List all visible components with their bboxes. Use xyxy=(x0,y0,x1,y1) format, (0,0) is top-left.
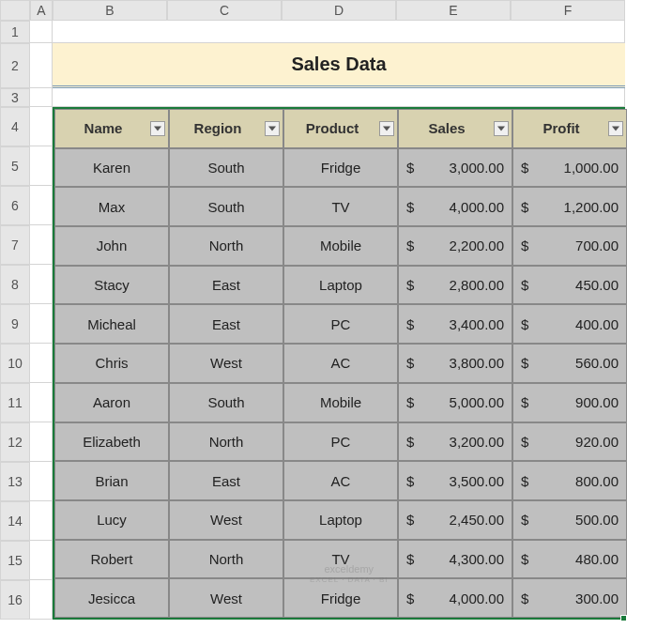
row-header-13[interactable]: 13 xyxy=(0,462,30,501)
table-cell[interactable]: PC xyxy=(283,422,398,462)
cell[interactable] xyxy=(30,541,53,580)
table-cell-money[interactable]: $400.00 xyxy=(512,304,627,344)
table-cell-money[interactable]: $3,500.00 xyxy=(398,461,512,500)
table-cell[interactable]: John xyxy=(54,226,169,266)
table-cell[interactable]: South xyxy=(169,383,283,422)
cell[interactable] xyxy=(30,186,53,225)
table-cell[interactable]: West xyxy=(169,344,283,383)
cell[interactable] xyxy=(30,146,53,186)
selection-handle[interactable] xyxy=(620,615,627,621)
filter-dropdown-icon[interactable] xyxy=(265,121,280,136)
table-cell[interactable]: Fridge xyxy=(283,578,398,618)
filter-dropdown-icon[interactable] xyxy=(379,121,394,136)
table-cell-money[interactable]: $4,300.00 xyxy=(398,540,512,579)
filter-dropdown-icon[interactable] xyxy=(494,121,509,136)
table-cell[interactable]: Brian xyxy=(54,461,169,500)
table-cell[interactable]: Laptop xyxy=(283,266,398,305)
table-cell-money[interactable]: $480.00 xyxy=(512,540,627,579)
table-cell-money[interactable]: $2,200.00 xyxy=(398,226,512,266)
table-cell-money[interactable]: $3,000.00 xyxy=(398,148,512,188)
table-cell[interactable]: West xyxy=(169,578,283,618)
row-header-4[interactable]: 4 xyxy=(0,107,30,146)
table-cell[interactable]: Aaron xyxy=(54,383,169,422)
table-cell-money[interactable]: $3,400.00 xyxy=(398,304,512,344)
table-cell-money[interactable]: $4,000.00 xyxy=(398,578,512,618)
table-cell-money[interactable]: $4,000.00 xyxy=(398,187,512,226)
table-cell[interactable]: AC xyxy=(283,344,398,383)
table-cell[interactable]: South xyxy=(169,187,283,226)
table-cell-money[interactable]: $5,000.00 xyxy=(398,383,512,422)
table-cell-money[interactable]: $560.00 xyxy=(512,344,627,383)
filter-dropdown-icon[interactable] xyxy=(608,121,623,136)
row-header-16[interactable]: 16 xyxy=(0,580,30,620)
cell[interactable] xyxy=(30,265,53,304)
table-cell[interactable]: Elizabeth xyxy=(54,422,169,462)
row-header-9[interactable]: 9 xyxy=(0,304,30,344)
cell[interactable] xyxy=(30,21,53,43)
table-cell-money[interactable]: $2,450.00 xyxy=(398,500,512,540)
table-cell[interactable]: North xyxy=(169,226,283,266)
table-header-name[interactable]: Name xyxy=(54,109,169,148)
cell[interactable] xyxy=(30,501,53,541)
row-header-15[interactable]: 15 xyxy=(0,541,30,580)
row-header-2[interactable]: 2 xyxy=(0,43,30,88)
col-header-d[interactable]: D xyxy=(282,0,396,21)
table-header-sales[interactable]: Sales xyxy=(398,109,512,148)
table-cell[interactable]: Lucy xyxy=(54,500,169,540)
table-cell-money[interactable]: $3,800.00 xyxy=(398,344,512,383)
table-cell[interactable]: Stacy xyxy=(54,266,169,305)
row-header-6[interactable]: 6 xyxy=(0,186,30,225)
table-cell[interactable]: East xyxy=(169,461,283,500)
cell[interactable] xyxy=(53,21,625,43)
table-cell-money[interactable]: $500.00 xyxy=(512,500,627,540)
table-cell[interactable]: PC xyxy=(283,304,398,344)
cell[interactable] xyxy=(30,580,53,620)
table-cell-money[interactable]: $700.00 xyxy=(512,226,627,266)
cell[interactable] xyxy=(30,383,53,422)
select-all-corner[interactable] xyxy=(0,0,30,21)
cell[interactable] xyxy=(30,43,53,88)
col-header-c[interactable]: C xyxy=(167,0,282,21)
row-header-7[interactable]: 7 xyxy=(0,225,30,265)
row-header-8[interactable]: 8 xyxy=(0,265,30,304)
cell[interactable] xyxy=(30,422,53,462)
table-cell[interactable]: Micheal xyxy=(54,304,169,344)
row-header-3[interactable]: 3 xyxy=(0,88,30,107)
row-header-12[interactable]: 12 xyxy=(0,422,30,462)
col-header-a[interactable]: A xyxy=(30,0,53,21)
row-header-1[interactable]: 1 xyxy=(0,21,30,43)
table-header-region[interactable]: Region xyxy=(169,109,283,148)
table-cell-money[interactable]: $900.00 xyxy=(512,383,627,422)
table-cell[interactable]: Fridge xyxy=(283,148,398,188)
page-title[interactable]: Sales Data xyxy=(53,43,625,88)
cell[interactable] xyxy=(30,344,53,383)
table-header-profit[interactable]: Profit xyxy=(512,109,627,148)
table-cell[interactable]: North xyxy=(169,422,283,462)
table-cell-money[interactable]: $1,200.00 xyxy=(512,187,627,226)
cell[interactable] xyxy=(30,304,53,344)
table-cell-money[interactable]: $3,200.00 xyxy=(398,422,512,462)
cell[interactable] xyxy=(30,107,53,146)
table-cell[interactable]: Laptop xyxy=(283,500,398,540)
table-cell[interactable]: Max xyxy=(54,187,169,226)
table-cell[interactable]: Robert xyxy=(54,540,169,579)
table-cell-money[interactable]: $300.00 xyxy=(512,578,627,618)
row-header-10[interactable]: 10 xyxy=(0,344,30,383)
table-cell[interactable]: AC xyxy=(283,461,398,500)
table-header-product[interactable]: Product xyxy=(283,109,398,148)
table-cell[interactable]: North xyxy=(169,540,283,579)
table-cell-money[interactable]: $920.00 xyxy=(512,422,627,462)
table-cell-money[interactable]: $1,000.00 xyxy=(512,148,627,188)
row-header-14[interactable]: 14 xyxy=(0,501,30,541)
table-cell[interactable]: East xyxy=(169,304,283,344)
col-header-f[interactable]: F xyxy=(511,0,625,21)
table-cell[interactable]: TV xyxy=(283,187,398,226)
table-cell[interactable]: Jesicca xyxy=(54,578,169,618)
table-cell-money[interactable]: $2,800.00 xyxy=(398,266,512,305)
row-header-11[interactable]: 11 xyxy=(0,383,30,422)
cell[interactable] xyxy=(30,88,53,107)
table-cell[interactable]: Mobile xyxy=(283,226,398,266)
col-header-e[interactable]: E xyxy=(396,0,511,21)
table-cell[interactable]: Karen xyxy=(54,148,169,188)
cell[interactable] xyxy=(30,462,53,501)
